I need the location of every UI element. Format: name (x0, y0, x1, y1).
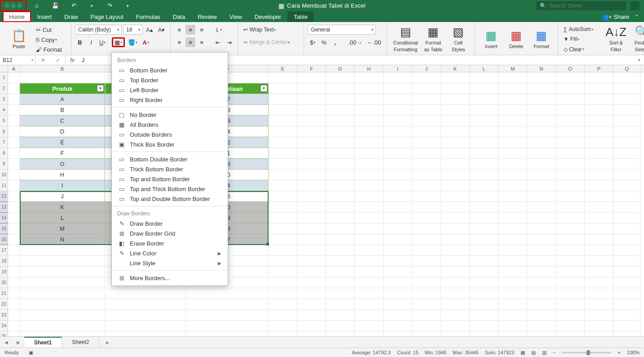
currency-button[interactable]: $▾ (308, 37, 318, 47)
cell[interactable] (527, 234, 556, 245)
cell[interactable] (412, 213, 441, 223)
cell[interactable] (297, 299, 326, 310)
cell[interactable] (613, 331, 640, 336)
menu-item-thick-box-border[interactable]: ▣Thick Box Border (112, 139, 228, 149)
zoom-out-button[interactable]: − (553, 350, 556, 355)
cell[interactable] (441, 137, 470, 148)
cell[interactable] (556, 180, 585, 191)
cell[interactable] (470, 159, 498, 170)
cell[interactable] (326, 223, 355, 234)
cell[interactable] (441, 202, 470, 213)
cell[interactable] (105, 310, 186, 321)
cell[interactable] (269, 72, 297, 83)
align-top-button[interactable]: ≡ (174, 25, 184, 35)
cell[interactable] (8, 245, 20, 256)
cell[interactable] (326, 213, 355, 223)
number-format-select[interactable]: General (308, 25, 376, 35)
tab-table[interactable]: Table (287, 11, 314, 22)
cell[interactable] (613, 148, 640, 159)
row-header[interactable]: 18 (0, 256, 8, 267)
cell[interactable] (297, 83, 326, 94)
cell[interactable]: K (20, 202, 105, 213)
cell[interactable] (297, 202, 326, 213)
cell[interactable] (585, 170, 613, 180)
cell[interactable] (326, 331, 355, 336)
row-header[interactable]: 3 (0, 94, 8, 105)
sheet-tab-2[interactable]: Sheet2 (62, 337, 99, 348)
cell[interactable] (613, 137, 640, 148)
borders-button[interactable]: ▦▾ (112, 37, 125, 47)
cell[interactable] (556, 116, 585, 126)
cell[interactable] (527, 267, 556, 277)
col-header[interactable]: L (470, 65, 498, 72)
cell[interactable] (269, 310, 297, 321)
sheet-tab-1[interactable]: Sheet1 (24, 337, 62, 348)
cell[interactable] (326, 105, 355, 116)
cell[interactable] (8, 116, 20, 126)
cell[interactable] (355, 83, 384, 94)
cell[interactable] (326, 234, 355, 245)
cell[interactable] (585, 83, 613, 94)
cancel-formula-icon[interactable]: ✕ (41, 57, 45, 63)
cell[interactable] (498, 126, 527, 137)
cell[interactable] (527, 126, 556, 137)
cell[interactable] (355, 331, 384, 336)
cell[interactable] (556, 126, 585, 137)
cell[interactable] (470, 245, 498, 256)
cell[interactable] (613, 191, 640, 202)
search-sheet-box[interactable]: 🔍 (536, 1, 626, 10)
cell[interactable] (412, 170, 441, 180)
cell[interactable] (441, 288, 470, 299)
cell[interactable] (8, 202, 20, 213)
enter-formula-icon[interactable]: ✓ (56, 57, 60, 63)
align-left-button[interactable]: ≡ (174, 37, 184, 47)
cell[interactable] (613, 213, 640, 223)
cell[interactable] (527, 137, 556, 148)
zoom-slider[interactable] (562, 352, 611, 353)
orientation-button[interactable]: ⤹▾ (213, 25, 224, 35)
col-header[interactable]: P (585, 65, 613, 72)
italic-button[interactable]: I (86, 37, 96, 47)
save-icon[interactable]: 💾 (50, 1, 61, 11)
cell[interactable] (412, 223, 441, 234)
undo-icon[interactable]: ↶ (69, 1, 79, 11)
cell[interactable] (412, 116, 441, 126)
cell[interactable] (585, 267, 613, 277)
cell[interactable] (527, 94, 556, 105)
cell[interactable] (297, 267, 326, 277)
cell[interactable] (20, 331, 105, 336)
cell[interactable] (326, 256, 355, 267)
cell[interactable] (326, 288, 355, 299)
cell[interactable] (556, 137, 585, 148)
redo-icon[interactable]: ↷ (105, 1, 115, 11)
cell[interactable] (613, 159, 640, 170)
cell[interactable] (585, 288, 613, 299)
bold-button[interactable]: B (75, 37, 85, 47)
cell[interactable] (412, 267, 441, 277)
increase-decimal-button[interactable]: .00→ (346, 37, 364, 47)
cell[interactable] (384, 288, 412, 299)
cell[interactable] (297, 321, 326, 331)
font-size-select[interactable]: 18 (123, 25, 143, 35)
col-header[interactable]: O (556, 65, 585, 72)
cell[interactable]: H (20, 170, 105, 180)
cell[interactable] (326, 83, 355, 94)
menu-item-right-border[interactable]: ▭Right Border (112, 95, 228, 105)
cell[interactable] (498, 331, 527, 336)
cell[interactable] (186, 321, 269, 331)
paste-button[interactable]: 📋 Paste (6, 25, 31, 54)
cell[interactable] (556, 83, 585, 94)
cell[interactable] (355, 321, 384, 331)
cell[interactable] (8, 83, 20, 94)
row-header[interactable]: 21 (0, 288, 8, 299)
cell[interactable] (355, 170, 384, 180)
cell[interactable] (441, 223, 470, 234)
cell[interactable] (527, 170, 556, 180)
cell[interactable] (613, 245, 640, 256)
cell[interactable] (498, 321, 527, 331)
cell[interactable] (412, 299, 441, 310)
cell[interactable] (20, 310, 105, 321)
clear-button[interactable]: ◇ Clear▾ (562, 45, 603, 54)
menu-item-bottom-double-border[interactable]: ▭Bottom Double Border (112, 154, 228, 164)
align-middle-button[interactable]: ≡ (185, 25, 195, 35)
